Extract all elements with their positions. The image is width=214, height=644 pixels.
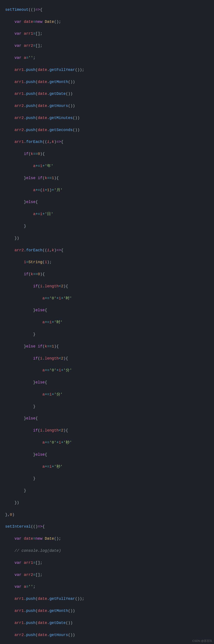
code-line: if(i.length<2){ (0, 284, 214, 290)
code-line: }else{ (0, 452, 214, 458)
code-line: a+=i+'日' (0, 211, 214, 217)
code-line: } (0, 476, 214, 482)
code-line: }else{ (0, 199, 214, 205)
code-line: arr1.push(date.getMonth()) (0, 79, 214, 85)
code-line: var arr1=[]; (0, 31, 214, 37)
code-line: setInterval(()=>{ (0, 524, 214, 530)
func-setInterval: setInterval (5, 524, 31, 529)
code-line: arr1.push(date.getFullYear()); (0, 67, 214, 73)
code-line: arr1.push(date.getDate()) (0, 620, 214, 626)
code-line: }) (0, 235, 214, 242)
code-line: var arr1=[]; (0, 560, 214, 566)
code-block: setTimeout(()=>{ var date=new Date(); va… (0, 0, 214, 644)
code-line: } (0, 332, 214, 338)
code-line: }else if(k==1){ (0, 344, 214, 350)
code-line: arr2.push(date.getHours()) (0, 103, 214, 109)
code-line: arr1.push(date.getDate()) (0, 91, 214, 97)
code-line: a+='0'+i+'时' (0, 296, 214, 302)
code-line: a+=(i+1)+'月' (0, 187, 214, 193)
comment: // console.log(date) (14, 548, 61, 553)
code-line: if(k==0){ (0, 151, 214, 157)
code-line: arr1.push(date.getMonth()) (0, 608, 214, 614)
code-line: arr2.push(date.getHours()) (0, 632, 214, 638)
code-line: arr2.push(date.getSeconds()) (0, 127, 214, 133)
watermark: CSDN @苏百玖 (192, 639, 212, 643)
code-line: arr1.forEach((i,k)=>{ (0, 139, 214, 145)
code-line: a+=i+'秒' (0, 464, 214, 470)
code-line: } (0, 223, 214, 229)
code-line: }) (0, 500, 214, 506)
code-line: a+=i+'年' (0, 163, 214, 169)
code-line: a+=i+'时' (0, 320, 214, 326)
code-line: a+='0'+i+'秒' (0, 440, 214, 446)
code-line: // console.log(date) (0, 548, 214, 554)
code-line: },0) (0, 512, 214, 518)
code-line: a+='0'+i+'分' (0, 368, 214, 374)
code-line: var arr2=[]; (0, 572, 214, 578)
code-line: a+=i+'分' (0, 392, 214, 398)
code-line: }else{ (0, 380, 214, 386)
code-line: }else{ (0, 307, 214, 314)
code-line: setTimeout(()=>{ (0, 7, 214, 13)
code-line: var arr2=[]; (0, 43, 214, 49)
code-line: arr2.forEach((i,k)=>{ (0, 248, 214, 254)
code-line: var a=''; (0, 55, 214, 61)
code-line: arr1.push(date.getFullYear()); (0, 596, 214, 602)
code-line: var a=''; (0, 584, 214, 590)
code-line: if(i.length<2){ (0, 356, 214, 362)
code-line: }else{ (0, 416, 214, 422)
code-line: } (0, 404, 214, 410)
code-line: if(i.length<2){ (0, 428, 214, 434)
code-line: arr2.push(date.getMinutes()) (0, 115, 214, 121)
code-line: var date=new Date(); (0, 19, 214, 25)
code-line: if(k==0){ (0, 271, 214, 278)
func-setTimeout: setTimeout (5, 8, 28, 12)
code-line: }else if(k==1){ (0, 175, 214, 181)
code-line: i=String(i); (0, 259, 214, 265)
code-line: var date=new Date(); (0, 536, 214, 542)
code-line: } (0, 488, 214, 494)
